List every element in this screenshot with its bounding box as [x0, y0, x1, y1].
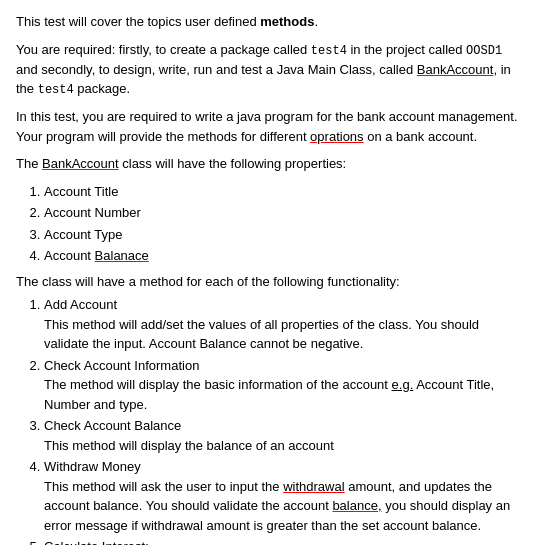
methods-list: Add Account This method will add/set the… — [44, 295, 521, 545]
req-text-1: You are required: firstly, to create a p… — [16, 42, 311, 57]
properties-end-text: class will have the following properties… — [119, 156, 347, 171]
method-4-desc: This method will ask the user to input t… — [44, 477, 521, 536]
intro-text-1-end: . — [314, 14, 318, 29]
main-content: This test will cover the topics user def… — [16, 12, 521, 545]
test4-code-2: test4 — [38, 83, 74, 97]
test4-code-1: test4 — [311, 44, 347, 58]
java-paragraph: In this test, you are required to write … — [16, 107, 521, 146]
java-text-2: on a bank account. — [364, 129, 477, 144]
functionality-intro: The class will have a method for each of… — [16, 272, 521, 292]
eg-underline: e.g. — [392, 377, 414, 392]
intro-paragraph: This test will cover the topics user def… — [16, 12, 521, 32]
property-3: Account Type — [44, 225, 521, 245]
method-1-desc: This method will add/set the values of a… — [44, 315, 521, 354]
oprations-underline: oprations — [310, 129, 363, 144]
property-1: Account Title — [44, 182, 521, 202]
method-3-desc: This method will display the balance of … — [44, 436, 521, 456]
bankaccount-underline-1: BankAccount — [417, 62, 494, 77]
property-4: Account Balanace — [44, 246, 521, 266]
req-text-2: in the project called — [347, 42, 466, 57]
method-4-title: Withdraw Money — [44, 457, 521, 477]
properties-list: Account Title Account Number Account Typ… — [44, 182, 521, 266]
properties-intro: The BankAccount class will have the foll… — [16, 154, 521, 174]
property-2: Account Number — [44, 203, 521, 223]
bankaccount-underline-2: BankAccount — [42, 156, 119, 171]
oosd1-code: OOSD1 — [466, 44, 502, 58]
intro-text-1: This test will cover the topics user def… — [16, 14, 260, 29]
method-2: Check Account Information The method wil… — [44, 356, 521, 415]
method-4: Withdraw Money This method will ask the … — [44, 457, 521, 535]
method-5-title: Calculate Interest: — [44, 537, 521, 545]
the-text: The — [16, 156, 42, 171]
this-methods-underline: Calculate Interest: — [44, 539, 149, 545]
balance-underline: balance, — [332, 498, 381, 513]
method-2-title: Check Account Information — [44, 356, 521, 376]
method-3-title: Check Account Balance — [44, 416, 521, 436]
method-1: Add Account This method will add/set the… — [44, 295, 521, 354]
balanace-underline: Balanace — [95, 248, 149, 263]
req-text-3: and secondly, to design, write, run and … — [16, 62, 417, 77]
withdrawal-underline: withdrawal — [283, 479, 344, 494]
method-1-title: Add Account — [44, 295, 521, 315]
method-2-desc: The method will display the basic inform… — [44, 375, 521, 414]
method-5: Calculate Interest: This methods will ca… — [44, 537, 521, 545]
property-4-text: Account Balanace — [44, 248, 149, 263]
method-3: Check Account Balance This method will d… — [44, 416, 521, 455]
req-text-5: package. — [74, 81, 130, 96]
methods-bold: methods — [260, 14, 314, 29]
requirement-paragraph: You are required: firstly, to create a p… — [16, 40, 521, 100]
